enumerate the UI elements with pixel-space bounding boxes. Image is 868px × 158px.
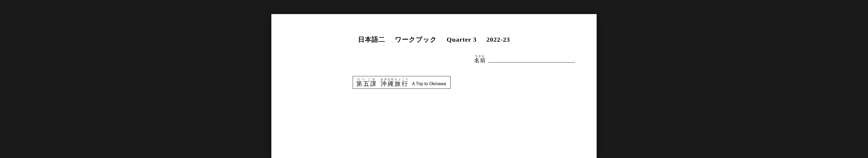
- lesson-title-kanji: 沖縄旅行: [381, 81, 409, 87]
- name-blank-line: [488, 62, 575, 63]
- course-name: 日本語二: [358, 36, 385, 43]
- quarter-label: Quarter 3: [447, 36, 477, 43]
- lesson-subtitle: A Trip to Okinawa: [412, 81, 446, 87]
- lesson-number-kanji: 第五課: [356, 81, 377, 87]
- name-kanji: 名前: [474, 57, 486, 63]
- name-field-row: なまえ 名前: [290, 55, 578, 63]
- book-type: ワークブック: [395, 36, 437, 43]
- lesson-number: だ い ご か 第五課: [356, 78, 377, 87]
- page-title: 日本語二 ワークブック Quarter 3 2022-23: [290, 35, 578, 44]
- document-page: 日本語二 ワークブック Quarter 3 2022-23 なまえ 名前 だ い…: [271, 14, 597, 158]
- name-furigana: なまえ: [475, 55, 485, 57]
- name-label: なまえ 名前: [474, 55, 486, 63]
- year-label: 2022-23: [486, 36, 510, 43]
- lesson-title-box: だ い ご か 第五課 おきなわりょこう 沖縄旅行 A Trip to Okin…: [353, 76, 451, 89]
- lesson-title: おきなわりょこう 沖縄旅行: [381, 78, 409, 87]
